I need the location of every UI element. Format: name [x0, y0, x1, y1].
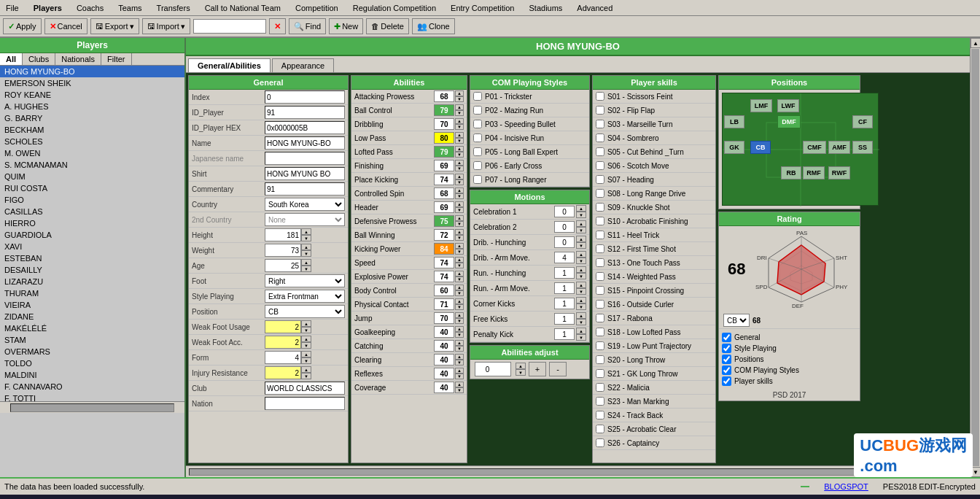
player-item[interactable]: FIGO — [0, 194, 184, 206]
player-item[interactable]: ESTEBAN — [0, 252, 184, 264]
skill-checkbox[interactable] — [596, 314, 604, 322]
player-item[interactable]: OVERMARS — [0, 346, 184, 357]
ability-up[interactable]: ▲ — [455, 340, 464, 346]
player-item[interactable]: ROY KEANE — [0, 89, 184, 101]
ability-down[interactable]: ▼ — [455, 318, 464, 324]
motion-up[interactable]: ▲ — [576, 282, 586, 288]
skill-checkbox[interactable] — [596, 328, 604, 336]
ability-down[interactable]: ▼ — [455, 152, 464, 158]
tab-general[interactable]: General/Abilities — [188, 58, 271, 72]
motion-up[interactable]: ▲ — [576, 328, 586, 334]
skill-checkbox[interactable] — [596, 411, 604, 419]
horizontal-scrollbar[interactable] — [189, 468, 957, 476]
spinner-down[interactable]: ▼ — [301, 327, 311, 333]
menu-competition[interactable]: Competition — [292, 3, 341, 13]
ability-up[interactable]: ▲ — [455, 326, 464, 332]
menu-entry[interactable]: Entry Competition — [448, 3, 517, 13]
com-style-checkbox[interactable] — [473, 106, 482, 115]
ability-up[interactable]: ▲ — [455, 215, 464, 221]
ability-up[interactable]: ▲ — [455, 285, 464, 290]
ability-down[interactable]: ▼ — [455, 193, 464, 199]
field-select[interactable]: CB — [265, 305, 345, 318]
player-item[interactable]: F. TOTTI — [0, 392, 184, 401]
skill-checkbox[interactable] — [596, 397, 604, 406]
pos-cmf[interactable]: CMF — [803, 141, 826, 154]
pos-ss[interactable]: SS — [852, 141, 873, 154]
ability-down[interactable]: ▼ — [455, 360, 464, 365]
skill-checkbox[interactable] — [596, 189, 604, 198]
ability-down[interactable]: ▼ — [455, 110, 464, 116]
skill-checkbox[interactable] — [596, 286, 604, 295]
field-input[interactable] — [265, 182, 345, 196]
motion-down[interactable]: ▼ — [576, 334, 586, 341]
field-select[interactable]: Right — [265, 274, 345, 287]
spinner-up[interactable]: ▲ — [301, 366, 311, 373]
export-checkbox[interactable] — [722, 355, 731, 364]
ability-up[interactable]: ▲ — [455, 187, 464, 193]
delete-button[interactable]: 🗑 Delete — [366, 18, 409, 34]
ability-down[interactable]: ▼ — [455, 179, 464, 185]
player-item[interactable]: HONG MYUNG-BO — [0, 66, 184, 77]
menu-transfers[interactable]: Transfers — [154, 3, 193, 13]
player-item[interactable]: STAM — [0, 334, 184, 346]
field-input[interactable] — [265, 121, 345, 134]
ability-down[interactable]: ▼ — [455, 304, 464, 310]
spinner-down[interactable]: ▼ — [301, 357, 311, 364]
player-item[interactable]: A. HUGHES — [0, 101, 184, 112]
ability-up[interactable]: ▲ — [455, 368, 464, 374]
field-input[interactable] — [265, 106, 345, 119]
player-item[interactable]: M. OWEN — [0, 147, 184, 159]
ability-down[interactable]: ▼ — [455, 166, 464, 171]
ability-down[interactable]: ▼ — [455, 290, 464, 296]
new-button[interactable]: ✚ New — [329, 18, 363, 34]
pos-lwf[interactable]: LWF — [777, 99, 799, 112]
ability-up[interactable]: ▲ — [455, 312, 464, 318]
filter-nationals[interactable]: Nationals — [55, 53, 101, 65]
spinner-down[interactable]: ▼ — [301, 266, 311, 272]
skill-checkbox[interactable] — [596, 244, 604, 253]
spinner-up[interactable]: ▲ — [301, 336, 311, 342]
ability-up[interactable]: ▲ — [455, 118, 464, 124]
skill-checkbox[interactable] — [596, 369, 604, 378]
skill-checkbox[interactable] — [596, 258, 604, 267]
ability-up[interactable]: ▲ — [455, 382, 464, 387]
filter-clubs[interactable]: Clubs — [23, 53, 55, 65]
menu-players[interactable]: Players — [31, 3, 65, 13]
ability-down[interactable]: ▼ — [455, 138, 464, 144]
player-item[interactable]: ZIDANE — [0, 311, 184, 322]
find-button[interactable]: 🔍 Find — [289, 18, 326, 34]
spinner-down[interactable]: ▼ — [301, 235, 311, 241]
spinner-input[interactable] — [265, 366, 301, 379]
ability-up[interactable]: ▲ — [455, 146, 464, 152]
ability-up[interactable]: ▲ — [455, 257, 464, 263]
apply-button[interactable]: ✓ Apply — [3, 18, 42, 34]
field-input[interactable] — [265, 167, 345, 180]
pos-lmf[interactable]: LMF — [750, 99, 772, 112]
pos-cf[interactable]: CF — [852, 115, 873, 128]
menu-regulation[interactable]: Regulation Competition — [350, 3, 439, 13]
player-list[interactable]: HONG MYUNG-BOEMERSON SHEIKROY KEANEA. HU… — [0, 66, 184, 401]
clone-button[interactable]: 👥 Clone — [412, 18, 455, 34]
ability-down[interactable]: ▼ — [455, 263, 464, 268]
ability-down[interactable]: ▼ — [455, 276, 464, 282]
skill-checkbox[interactable] — [596, 120, 604, 128]
ability-up[interactable]: ▲ — [455, 298, 464, 304]
player-item[interactable]: THURAM — [0, 287, 184, 299]
skill-checkbox[interactable] — [596, 106, 604, 115]
adjust-minus[interactable]: - — [549, 362, 567, 376]
motion-down[interactable]: ▼ — [576, 242, 586, 249]
menu-advanced[interactable]: Advanced — [574, 3, 615, 13]
export-checkbox[interactable] — [722, 376, 731, 386]
ability-up[interactable]: ▲ — [455, 174, 464, 179]
pos-gk[interactable]: GK — [724, 141, 744, 154]
field-input[interactable] — [265, 136, 345, 150]
pos-rb[interactable]: RB — [781, 166, 801, 179]
ability-up[interactable]: ▲ — [455, 271, 464, 276]
pos-lb[interactable]: LB — [724, 115, 744, 128]
menu-teams[interactable]: Teams — [115, 3, 144, 13]
ability-up[interactable]: ▲ — [455, 229, 464, 235]
skill-checkbox[interactable] — [596, 161, 604, 170]
ability-down[interactable]: ▼ — [455, 387, 464, 393]
spinner-up[interactable]: ▲ — [301, 228, 311, 235]
skill-checkbox[interactable] — [596, 134, 604, 142]
